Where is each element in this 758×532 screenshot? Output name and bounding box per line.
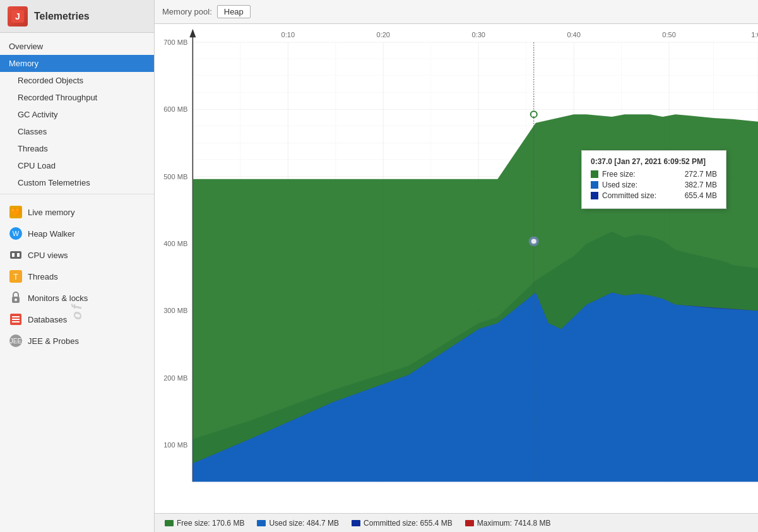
memory-pool-value: Heap xyxy=(217,5,251,18)
svg-text:700 MB: 700 MB xyxy=(163,38,187,46)
legend-label-committed: Committed size: 655.4 MB xyxy=(364,519,453,528)
monitors-locks-icon xyxy=(9,291,23,305)
svg-point-82 xyxy=(531,239,536,244)
memory-chart[interactable]: 700 MB 600 MB 500 MB 400 MB 300 MB 200 M… xyxy=(155,24,758,488)
sidebar-item-heap-walker[interactable]: W Heap Walker xyxy=(0,223,154,244)
sidebar-item-gc-activity[interactable]: GC Activity xyxy=(0,106,154,123)
databases-icon xyxy=(9,312,23,326)
svg-text:J: J xyxy=(15,11,20,21)
legend-bar: Free size: 170.6 MB Used size: 484.7 MB … xyxy=(155,513,758,532)
svg-text:300 MB: 300 MB xyxy=(163,307,187,315)
svg-text:0:30: 0:30 xyxy=(471,31,485,38)
legend-swatch-free xyxy=(165,520,174,526)
svg-text:JEE: JEE xyxy=(10,338,22,345)
jee-probes-icon: JEE xyxy=(9,334,23,348)
sidebar-item-cpu-views[interactable]: CPU views xyxy=(0,244,154,266)
legend-label-free: Free size: 170.6 MB xyxy=(177,519,244,528)
legend-label-used: Used size: 484.7 MB xyxy=(269,519,339,528)
sidebar-item-jee-probes[interactable]: JEE JEE & Probes xyxy=(0,330,154,352)
svg-text:400 MB: 400 MB xyxy=(163,240,187,247)
sidebar-item-threads-top[interactable]: Threads xyxy=(0,140,154,157)
svg-text:1:00: 1:00 xyxy=(751,31,758,38)
svg-text:0:20: 0:20 xyxy=(377,31,391,38)
svg-rect-6 xyxy=(10,251,21,259)
toolbar: Memory pool: Heap xyxy=(155,0,758,24)
logo-icon: J xyxy=(8,6,28,27)
memory-pool-label: Memory pool: xyxy=(162,7,212,16)
sidebar-item-classes[interactable]: Classes xyxy=(0,123,154,140)
svg-rect-16 xyxy=(12,321,20,322)
svg-rect-14 xyxy=(12,316,20,317)
svg-text:0:50: 0:50 xyxy=(662,31,676,38)
sidebar-item-live-memory[interactable]: 🧡 Live memory xyxy=(0,201,154,223)
sidebar: J Telemetries Overview Memory Recorded O… xyxy=(0,0,155,532)
threads-icon: T xyxy=(9,269,23,283)
svg-rect-15 xyxy=(12,319,20,320)
sidebar-item-databases[interactable]: Databases xyxy=(0,309,154,330)
svg-text:600 MB: 600 MB xyxy=(163,105,187,113)
sidebar-item-recorded-objects[interactable]: Recorded Objects xyxy=(0,72,154,89)
legend-label-maximum: Maximum: 7414.8 MB xyxy=(477,519,551,528)
cpu-views-icon xyxy=(9,248,23,262)
sidebar-item-threads[interactable]: T Threads xyxy=(0,266,154,287)
svg-text:🧡: 🧡 xyxy=(11,207,21,218)
svg-rect-8 xyxy=(17,253,20,257)
live-memory-icon: 🧡 xyxy=(9,205,23,219)
app-title: Telemetries xyxy=(34,11,90,22)
app-logo: J Telemetries xyxy=(0,0,154,33)
svg-rect-7 xyxy=(12,253,15,257)
sidebar-item-monitors-locks[interactable]: Monitors & locks xyxy=(0,287,154,309)
legend-item-used: Used size: 484.7 MB xyxy=(257,519,339,528)
legend-item-committed: Committed size: 655.4 MB xyxy=(352,519,453,528)
chart-container: 700 MB 600 MB 500 MB 400 MB 300 MB 200 M… xyxy=(155,24,758,513)
sidebar-item-recorded-throughput[interactable]: Recorded Throughput xyxy=(0,89,154,106)
svg-text:200 MB: 200 MB xyxy=(163,374,187,382)
legend-swatch-committed xyxy=(352,520,360,526)
sidebar-item-memory[interactable]: Memory xyxy=(0,55,154,72)
legend-swatch-used xyxy=(257,520,266,526)
legend-item-maximum: Maximum: 7414.8 MB xyxy=(465,519,551,528)
svg-text:0:40: 0:40 xyxy=(567,31,581,38)
legend-item-free: Free size: 170.6 MB xyxy=(165,519,244,528)
heap-walker-icon: W xyxy=(9,227,23,240)
svg-text:500 MB: 500 MB xyxy=(163,173,187,180)
sidebar-item-cpu-load[interactable]: CPU Load xyxy=(0,157,154,174)
svg-text:100 MB: 100 MB xyxy=(163,441,187,449)
svg-text:0:10: 0:10 xyxy=(281,31,295,38)
svg-text:W: W xyxy=(13,230,20,237)
main-content: Memory pool: Heap xyxy=(155,0,758,532)
svg-text:T: T xyxy=(13,273,18,281)
sidebar-item-custom-telemetries[interactable]: Custom Telemetries xyxy=(0,174,154,191)
legend-swatch-maximum xyxy=(465,520,474,526)
sidebar-item-overview[interactable]: Overview xyxy=(0,38,154,55)
svg-point-12 xyxy=(15,299,17,301)
svg-point-80 xyxy=(532,112,536,116)
